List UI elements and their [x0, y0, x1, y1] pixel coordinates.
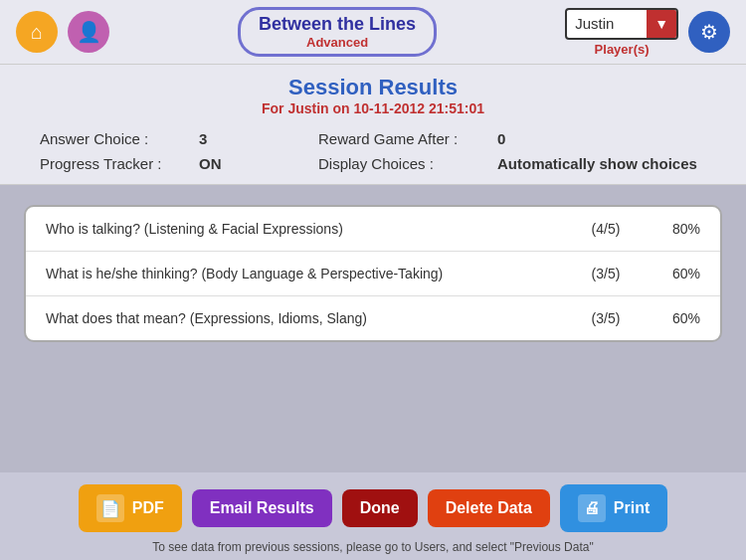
home-icon: ⌂	[31, 21, 43, 44]
print-icon: 🖨	[578, 494, 606, 522]
footer-note: To see data from previous sessions, plea…	[0, 536, 746, 560]
table-row: Who is talking? (Listening & Facial Expr…	[26, 207, 720, 252]
email-label: Email Results	[210, 499, 314, 517]
delete-button[interactable]: Delete Data	[428, 489, 550, 527]
done-label: Done	[360, 499, 400, 517]
chevron-down-icon: ▼	[654, 16, 668, 32]
footer-note-text: To see data from previous sessions, plea…	[152, 540, 593, 554]
player-name-display: Justin	[567, 11, 647, 36]
email-button[interactable]: Email Results	[192, 489, 332, 527]
reward-game-value: 0	[497, 130, 505, 147]
logo-area: Between the Lines Advanced	[238, 7, 437, 57]
answer-choice-label: Answer Choice :	[40, 130, 199, 147]
header-left: ⌂ 👤	[16, 11, 109, 53]
player-select-wrap: Justin ▼	[565, 8, 678, 40]
done-button[interactable]: Done	[342, 489, 418, 527]
row-score: (3/5)	[571, 310, 641, 326]
print-label: Print	[614, 499, 650, 517]
user-button[interactable]: 👤	[68, 11, 109, 53]
row-percent: 80%	[641, 221, 700, 237]
pdf-button[interactable]: 📄 PDF	[79, 484, 182, 532]
row-percent: 60%	[641, 266, 700, 281]
row-percent: 60%	[641, 310, 700, 326]
table-area: Who is talking? (Listening & Facial Expr…	[0, 185, 746, 472]
logo-subtitle: Advanced	[259, 35, 416, 50]
row-label: What does that mean? (Expressions, Idiom…	[46, 310, 571, 326]
player-area: Justin ▼ Player(s)	[565, 8, 678, 57]
table-row: What is he/she thinking? (Body Language …	[26, 252, 720, 296]
info-area: Answer Choice : 3 Reward Game After : 0 …	[0, 122, 746, 185]
results-table: Who is talking? (Listening & Facial Expr…	[24, 205, 722, 342]
footer-buttons: 📄 PDF Email Results Done Delete Data 🖨 P…	[0, 472, 746, 536]
info-row-1: Answer Choice : 3 Reward Game After : 0	[40, 130, 706, 147]
user-icon: 👤	[77, 20, 101, 44]
logo-title: Between the Lines	[259, 14, 416, 35]
progress-tracker-label: Progress Tracker :	[40, 155, 199, 172]
row-score: (4/5)	[571, 221, 641, 237]
player-label: Player(s)	[595, 42, 650, 57]
display-choices-label: Display Choices :	[318, 155, 497, 172]
home-button[interactable]: ⌂	[16, 11, 58, 53]
session-results-title: Session Results	[0, 75, 746, 100]
row-label: Who is talking? (Listening & Facial Expr…	[46, 221, 571, 237]
pdf-label: PDF	[132, 499, 164, 517]
header: ⌂ 👤 Between the Lines Advanced Justin ▼ …	[0, 0, 746, 65]
progress-tracker-value: ON	[199, 155, 318, 172]
page-layout: ⌂ 👤 Between the Lines Advanced Justin ▼ …	[0, 0, 746, 560]
gear-button[interactable]: ⚙	[688, 11, 730, 53]
display-choices-value: Automatically show choices	[497, 155, 697, 172]
row-score: (3/5)	[571, 266, 641, 281]
print-button[interactable]: 🖨 Print	[560, 484, 667, 532]
answer-choice-value: 3	[199, 130, 318, 147]
session-title-area: Session Results For Justin on 10-11-2012…	[0, 65, 746, 122]
reward-game-label: Reward Game After :	[318, 130, 497, 147]
logo-box: Between the Lines Advanced	[238, 7, 437, 57]
row-label: What is he/she thinking? (Body Language …	[46, 266, 571, 281]
gear-icon: ⚙	[700, 20, 718, 44]
session-subtitle: For Justin on 10-11-2012 21:51:01	[0, 100, 746, 116]
header-right: Justin ▼ Player(s) ⚙	[565, 8, 730, 57]
table-row: What does that mean? (Expressions, Idiom…	[26, 296, 720, 340]
player-dropdown-button[interactable]: ▼	[647, 10, 676, 38]
pdf-icon: 📄	[96, 494, 124, 522]
delete-label: Delete Data	[446, 499, 532, 517]
info-row-2: Progress Tracker : ON Display Choices : …	[40, 155, 706, 172]
